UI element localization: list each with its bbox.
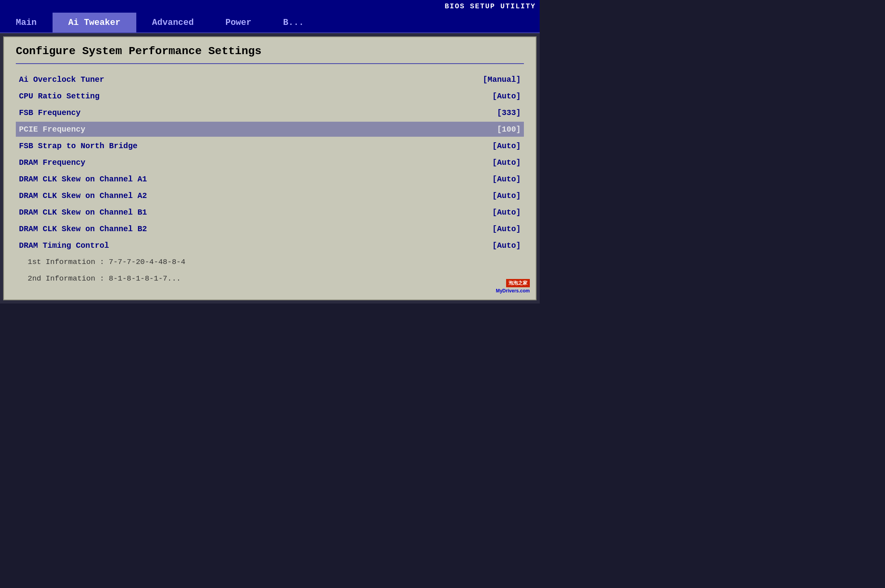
nav-tabs: Main Ai Tweaker Advanced Power B... [0,13,540,33]
main-content: Configure System Performance Settings Ai… [3,36,537,300]
setting-row-dram-clk-a2[interactable]: DRAM CLK Skew on Channel A2 [Auto] [16,188,524,203]
setting-value-pcie-freq: [100] [497,125,521,134]
tab-ai-tweaker[interactable]: Ai Tweaker [53,13,136,32]
setting-value-dram-clk-a2: [Auto] [492,191,521,200]
setting-name-ai-overclock: Ai Overclock Tuner [19,75,104,84]
setting-value-dram-timing: [Auto] [492,241,521,250]
setting-name-cpu-ratio: CPU Ratio Setting [19,92,100,101]
setting-name-dram-clk-b2: DRAM CLK Skew on Channel B2 [19,224,147,234]
setting-name-dram-timing: DRAM Timing Control [19,241,109,250]
page-title: Configure System Performance Settings [16,45,524,57]
info-text-1st: 1st Information : 7-7-7-20-4-48-8-4 [28,258,185,266]
setting-row-dram-clk-a1[interactable]: DRAM CLK Skew on Channel A1 [Auto] [16,172,524,187]
setting-name-dram-clk-a1: DRAM CLK Skew on Channel A1 [19,175,147,184]
setting-row-fsb-strap[interactable]: FSB Strap to North Bridge [Auto] [16,138,524,153]
setting-row-cpu-ratio[interactable]: CPU Ratio Setting [Auto] [16,89,524,104]
settings-list: Ai Overclock Tuner [Manual] CPU Ratio Se… [16,72,524,286]
setting-row-dram-freq[interactable]: DRAM Frequency [Auto] [16,155,524,170]
setting-name-pcie-freq: PCIE Frequency [19,125,85,134]
setting-row-dram-timing[interactable]: DRAM Timing Control [Auto] [16,238,524,253]
setting-value-ai-overclock: [Manual] [483,75,521,84]
tab-main[interactable]: Main [0,13,53,32]
setting-value-dram-clk-b1: [Auto] [492,208,521,217]
divider [16,63,524,64]
setting-row-dram-clk-b1[interactable]: DRAM CLK Skew on Channel B1 [Auto] [16,205,524,220]
setting-name-dram-freq: DRAM Frequency [19,158,85,167]
watermark-site: MyDrivers.com [496,288,530,294]
setting-value-dram-clk-b2: [Auto] [492,224,521,234]
info-row-1st: 1st Information : 7-7-7-20-4-48-8-4 [16,254,524,270]
bios-title: BIOS SETUP UTILITY [445,2,536,10]
bios-screen: BIOS SETUP UTILITY Main Ai Tweaker Advan… [0,0,540,303]
setting-value-dram-freq: [Auto] [492,158,521,167]
setting-value-cpu-ratio: [Auto] [492,92,521,101]
setting-row-pcie-freq[interactable]: PCIE Frequency [100] [16,122,524,137]
setting-name-dram-clk-b1: DRAM CLK Skew on Channel B1 [19,208,147,217]
setting-value-dram-clk-a1: [Auto] [492,175,521,184]
top-bar: BIOS SETUP UTILITY [0,0,540,13]
setting-value-fsb-freq: [333] [497,108,521,117]
setting-value-fsb-strap: [Auto] [492,141,521,151]
tab-advanced[interactable]: Advanced [136,13,210,32]
setting-name-fsb-strap: FSB Strap to North Bridge [19,141,137,151]
info-row-2nd: 2nd Information : 8-1-8-1-8-1-7... [16,271,524,286]
watermark: 泡泡之家 MyDrivers.com [496,279,530,294]
setting-name-fsb-freq: FSB Frequency [19,108,81,117]
setting-name-dram-clk-a2: DRAM CLK Skew on Channel A2 [19,191,147,200]
watermark-logo: 泡泡之家 [506,279,530,287]
setting-row-dram-clk-b2[interactable]: DRAM CLK Skew on Channel B2 [Auto] [16,221,524,236]
setting-row-fsb-freq[interactable]: FSB Frequency [333] [16,105,524,120]
info-text-2nd: 2nd Information : 8-1-8-1-8-1-7... [28,274,181,283]
tab-boot[interactable]: B... [267,13,320,32]
setting-row-ai-overclock[interactable]: Ai Overclock Tuner [Manual] [16,72,524,87]
tab-power[interactable]: Power [209,13,267,32]
